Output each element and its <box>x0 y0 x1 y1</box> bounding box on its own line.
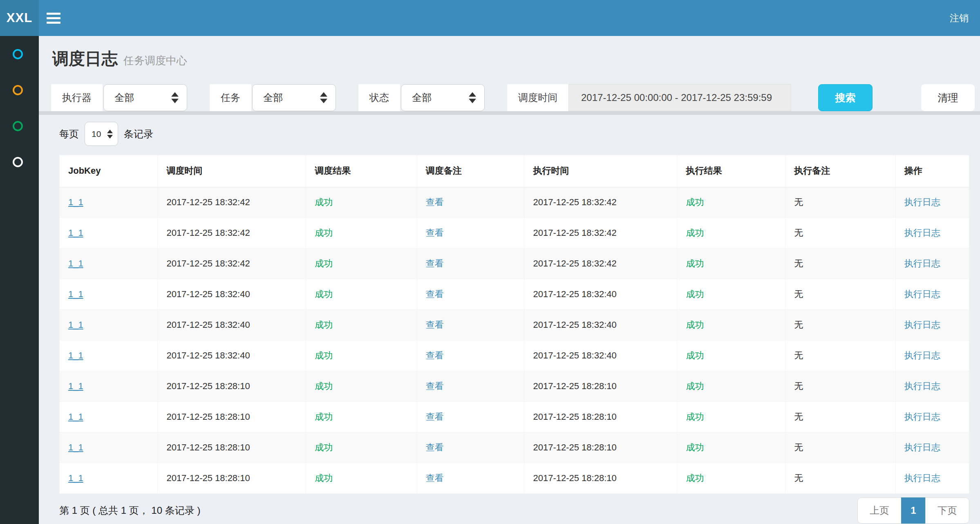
cell-handle_result: 成功 <box>677 249 785 279</box>
cell-trigger_result: 成功 <box>306 187 417 218</box>
page-size-select[interactable]: 10 <box>85 122 118 146</box>
trigger_msg-link[interactable]: 查看 <box>426 228 444 238</box>
search-button[interactable]: 搜索 <box>818 84 873 111</box>
cell-action: 执行日志 <box>895 187 969 218</box>
trigger_result-status: 成功 <box>315 350 333 361</box>
cell-trigger_msg: 查看 <box>417 187 524 218</box>
trigger_msg-link[interactable]: 查看 <box>426 197 444 207</box>
handle_time-text: 2017-12-25 18:28:10 <box>533 473 616 483</box>
hamburger-icon <box>47 13 60 24</box>
handle_time-text: 2017-12-25 18:32:40 <box>533 350 616 361</box>
table-row: 1_12017-12-25 18:28:10成功查看2017-12-25 18:… <box>60 432 969 463</box>
trigger_msg-link[interactable]: 查看 <box>426 350 444 361</box>
jobkey-link[interactable]: 1_1 <box>68 350 83 361</box>
jobkey-link[interactable]: 1_1 <box>68 258 83 269</box>
pager: 上页 1 下页 <box>857 497 969 524</box>
handle_result-status: 成功 <box>686 473 704 483</box>
handle_time-text: 2017-12-25 18:32:40 <box>533 289 616 299</box>
status-select[interactable]: 全部 <box>401 84 485 111</box>
trigger_time-text: 2017-12-25 18:28:10 <box>166 473 250 483</box>
cell-handle_time: 2017-12-25 18:28:10 <box>524 402 677 432</box>
trigger_time-text: 2017-12-25 18:28:10 <box>166 381 250 391</box>
trigger_msg-link[interactable]: 查看 <box>426 258 444 269</box>
sidebar-item-menu-item-1[interactable] <box>0 36 39 72</box>
action-link[interactable]: 执行日志 <box>904 197 940 207</box>
circle-outline-icon <box>13 157 23 167</box>
trigger_msg-link[interactable]: 查看 <box>426 473 444 483</box>
jobkey-link[interactable]: 1_1 <box>68 412 83 422</box>
trigger_result-status: 成功 <box>315 228 333 238</box>
action-link[interactable]: 执行日志 <box>904 289 940 299</box>
next-page-button[interactable]: 下页 <box>925 497 969 524</box>
action-link[interactable]: 执行日志 <box>904 350 940 361</box>
cell-action: 执行日志 <box>895 218 969 249</box>
handle_time-text: 2017-12-25 18:28:10 <box>533 381 616 391</box>
action-link[interactable]: 执行日志 <box>904 412 940 422</box>
action-link[interactable]: 执行日志 <box>904 228 940 238</box>
cell-handle_result: 成功 <box>677 279 785 310</box>
sidebar-item-menu-item-2[interactable] <box>0 72 39 108</box>
handle_result-status: 成功 <box>686 320 704 330</box>
action-link[interactable]: 执行日志 <box>904 381 940 391</box>
job-select[interactable]: 全部 <box>252 84 336 111</box>
job-log-table: JobKey调度时间调度结果调度备注执行时间执行结果执行备注操作 1_12017… <box>59 155 969 494</box>
action-link[interactable]: 执行日志 <box>904 320 940 330</box>
action-link[interactable]: 执行日志 <box>904 442 940 452</box>
executor-select-value: 全部 <box>114 91 134 104</box>
prev-page-button[interactable]: 上页 <box>857 497 902 524</box>
trigger_time-text: 2017-12-25 18:32:42 <box>166 197 250 207</box>
table-row: 1_12017-12-25 18:32:40成功查看2017-12-25 18:… <box>60 310 969 340</box>
cell-handle_result: 成功 <box>677 340 785 371</box>
jobkey-link[interactable]: 1_1 <box>68 289 83 299</box>
trigger_msg-link[interactable]: 查看 <box>426 381 444 391</box>
column-header-jobkey: JobKey <box>60 155 158 187</box>
page-size-value: 10 <box>92 129 101 139</box>
cell-trigger_time: 2017-12-25 18:32:42 <box>158 218 306 249</box>
sidebar-item-menu-item-4[interactable] <box>0 144 39 180</box>
executor-filter-label: 执行器 <box>51 84 103 111</box>
column-header-trigger_time: 调度时间 <box>158 155 306 187</box>
clean-button[interactable]: 清理 <box>921 84 975 111</box>
sidebar-toggle-button[interactable] <box>39 0 68 36</box>
trigger_msg-link[interactable]: 查看 <box>426 442 444 452</box>
cell-trigger_msg: 查看 <box>417 218 524 249</box>
cell-trigger_result: 成功 <box>306 218 417 249</box>
cell-action: 执行日志 <box>895 402 969 432</box>
trigger_msg-link[interactable]: 查看 <box>426 412 444 422</box>
app-logo[interactable]: XXL <box>0 0 39 36</box>
jobkey-link[interactable]: 1_1 <box>68 473 83 483</box>
logout-link[interactable]: 注销 <box>938 0 980 36</box>
jobkey-link[interactable]: 1_1 <box>68 381 83 391</box>
cell-trigger_time: 2017-12-25 18:28:10 <box>158 463 306 494</box>
jobkey-link[interactable]: 1_1 <box>68 197 83 207</box>
trigger-time-range-input[interactable]: 2017-12-25 00:00:00 - 2017-12-25 23:59:5… <box>568 84 791 111</box>
cell-trigger_msg: 查看 <box>417 432 524 463</box>
jobkey-link[interactable]: 1_1 <box>68 442 83 452</box>
trigger_msg-link[interactable]: 查看 <box>426 320 444 330</box>
cell-trigger_msg: 查看 <box>417 249 524 279</box>
cell-handle_time: 2017-12-25 18:32:42 <box>524 249 677 279</box>
jobkey-link[interactable]: 1_1 <box>68 228 83 238</box>
trigger_msg-link[interactable]: 查看 <box>426 289 444 299</box>
handle_result-status: 成功 <box>686 381 704 391</box>
column-header-handle_result: 执行结果 <box>677 155 785 187</box>
executor-select[interactable]: 全部 <box>103 84 187 111</box>
table-row: 1_12017-12-25 18:28:10成功查看2017-12-25 18:… <box>60 402 969 432</box>
action-link[interactable]: 执行日志 <box>904 258 940 269</box>
current-page-button[interactable]: 1 <box>901 497 926 524</box>
table-row: 1_12017-12-25 18:28:10成功查看2017-12-25 18:… <box>60 371 969 402</box>
cell-handle_time: 2017-12-25 18:32:40 <box>524 279 677 310</box>
filter-group-trigger-time: 调度时间 2017-12-25 00:00:00 - 2017-12-25 23… <box>507 84 791 111</box>
cell-trigger_result: 成功 <box>306 432 417 463</box>
pagination-info: 第 1 页 ( 总共 1 页， 10 条记录 ) <box>59 504 200 517</box>
table-row: 1_12017-12-25 18:32:40成功查看2017-12-25 18:… <box>60 279 969 310</box>
action-link[interactable]: 执行日志 <box>904 473 940 483</box>
handle_result-status: 成功 <box>686 258 704 269</box>
top-navbar: XXL 注销 <box>0 0 980 36</box>
cell-action: 执行日志 <box>895 463 969 494</box>
sidebar-item-menu-item-3[interactable] <box>0 108 39 144</box>
trigger_time-text: 2017-12-25 18:32:42 <box>166 258 250 269</box>
content-area: 调度日志 任务调度中心 执行器 全部 任务 全部 状态 全部 <box>39 0 980 524</box>
sidebar-menu <box>0 36 39 524</box>
jobkey-link[interactable]: 1_1 <box>68 320 83 330</box>
